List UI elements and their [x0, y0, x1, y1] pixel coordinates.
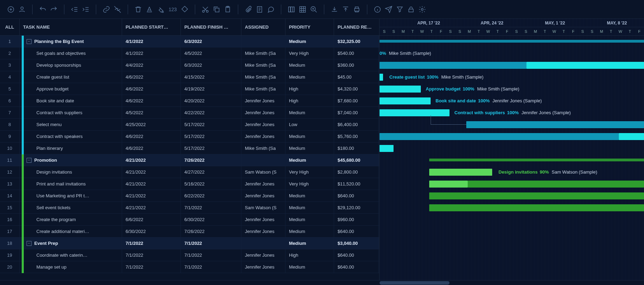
cell-revenue[interactable]: $3,040.00 — [334, 238, 379, 249]
cell-finish[interactable]: 6/22/2022 — [181, 190, 241, 202]
cell-task-name[interactable]: Plan itinerary — [20, 142, 122, 154]
task-bar[interactable] — [429, 181, 468, 188]
cell-priority[interactable]: Medium — [285, 36, 334, 48]
cell-priority[interactable]: Medium — [285, 238, 334, 249]
download-icon[interactable] — [330, 5, 339, 14]
lock-icon[interactable] — [406, 5, 416, 14]
cell-task-name[interactable]: Design invitations — [20, 166, 122, 178]
filter-icon[interactable] — [395, 5, 404, 14]
cell-assigned[interactable]: Jennifer Jones — [241, 95, 285, 107]
number-format[interactable]: 123 — [167, 7, 178, 12]
indent-icon[interactable] — [81, 5, 90, 14]
cell-revenue[interactable]: $640.00 — [334, 261, 379, 273]
cell-assigned[interactable]: Mike Smith (Sa — [241, 71, 285, 83]
cell-finish[interactable]: 5/17/2022 — [181, 119, 241, 131]
undo-icon[interactable] — [38, 5, 47, 14]
task-row[interactable]: 19Coordinate with caterin…7/1/20227/1/20… — [0, 249, 379, 261]
cell-assigned[interactable]: Mike Smith (Sa — [241, 59, 285, 71]
outdent-icon[interactable] — [70, 5, 79, 14]
zoom-icon[interactable] — [309, 5, 318, 14]
cell-finish[interactable]: 4/22/2022 — [181, 107, 241, 119]
clear-format-icon[interactable] — [180, 5, 189, 14]
print-icon[interactable] — [352, 5, 361, 14]
gantt-chart[interactable]: APR, 17 '22APR, 24 '22MAY, 1 '22MAY, 8 '… — [380, 19, 644, 285]
task-row[interactable]: 6Book site and date4/6/20224/20/2022Jenn… — [0, 95, 379, 107]
cell-start[interactable]: 4/6/2022 — [122, 142, 181, 154]
task-bar[interactable] — [429, 192, 644, 199]
settings-icon[interactable] — [418, 5, 427, 14]
cell-priority[interactable]: Very High — [285, 48, 334, 59]
cell-task-name[interactable]: Manage set up — [20, 261, 122, 273]
task-row[interactable]: 4Create guest list4/6/20224/15/2022Mike … — [0, 71, 379, 83]
cell-start[interactable]: 4/21/2022 — [122, 178, 181, 190]
cell-start[interactable]: 4/1/2022 — [122, 36, 181, 48]
column-task-name[interactable]: TASK NAME — [20, 19, 122, 36]
task-row[interactable]: 11−Promotion4/21/20227/26/2022Medium$45,… — [0, 154, 379, 166]
paste-icon[interactable] — [223, 5, 232, 14]
cell-assigned[interactable]: Sam Watson (S — [241, 166, 285, 178]
redo-icon[interactable] — [49, 5, 58, 14]
cell-start[interactable]: 4/6/2022 — [122, 71, 181, 83]
cell-priority[interactable]: Very High — [285, 166, 334, 178]
task-bar-overlay[interactable] — [619, 133, 644, 140]
cell-finish[interactable]: 4/5/2022 — [181, 48, 241, 59]
cell-assigned[interactable]: Mike Smith (Sa — [241, 48, 285, 59]
cell-task-name[interactable]: −Event Prep — [20, 238, 122, 249]
task-bar[interactable] — [429, 204, 644, 211]
text-format-icon[interactable] — [145, 5, 154, 14]
task-bar-overlay[interactable] — [526, 62, 644, 69]
cell-start[interactable]: 4/21/2022 — [122, 190, 181, 202]
task-bar[interactable] — [466, 121, 644, 128]
cell-task-name[interactable]: Use Marketing and PR t… — [20, 190, 122, 202]
task-row[interactable]: 13Print and mail invitations4/21/20225/1… — [0, 178, 379, 190]
task-row[interactable]: 12Design invitations4/21/20224/27/2022Sa… — [0, 166, 379, 178]
cell-finish[interactable]: 4/19/2022 — [181, 83, 241, 95]
task-row[interactable]: 15Sell event tickets4/21/20227/1/2022Sam… — [0, 202, 379, 214]
task-row[interactable]: 17Create additional materi…6/30/20227/26… — [0, 226, 379, 238]
cell-assigned[interactable]: Mike Smith (Sa — [241, 142, 285, 154]
collapse-toggle-icon[interactable]: − — [27, 158, 31, 163]
info-icon[interactable] — [373, 5, 382, 14]
cell-priority[interactable]: Very High — [285, 178, 334, 190]
cell-revenue[interactable]: $360.00 — [334, 59, 379, 71]
task-row[interactable]: 3Develop sponsorships4/4/20226/3/2022Mik… — [0, 59, 379, 71]
task-bar[interactable] — [429, 169, 492, 176]
cell-start[interactable]: 6/6/2022 — [122, 214, 181, 226]
cell-revenue[interactable]: $540.00 — [334, 48, 379, 59]
cell-task-name[interactable]: Approve budget — [20, 83, 122, 95]
task-bar[interactable] — [380, 133, 619, 140]
cell-assigned[interactable]: Jennifer Jones — [241, 214, 285, 226]
task-bar[interactable] — [380, 145, 394, 152]
notes-icon[interactable] — [255, 5, 264, 14]
task-row[interactable]: 2Set goals and objectives4/1/20224/5/202… — [0, 48, 379, 59]
cell-assigned[interactable]: Jennifer Jones — [241, 107, 285, 119]
cell-finish[interactable]: 5/17/2022 — [181, 131, 241, 142]
cell-finish[interactable]: 4/27/2022 — [181, 166, 241, 178]
cut-icon[interactable] — [201, 5, 210, 14]
cell-finish[interactable]: 4/20/2022 — [181, 95, 241, 107]
cell-revenue[interactable]: $7,680.00 — [334, 95, 379, 107]
unlink-icon[interactable] — [113, 5, 122, 14]
cell-revenue[interactable]: $960.00 — [334, 214, 379, 226]
task-row[interactable]: 14Use Marketing and PR t…4/21/20226/22/2… — [0, 190, 379, 202]
columns-icon[interactable] — [287, 5, 296, 14]
cell-assigned[interactable]: Jennifer Jones — [241, 131, 285, 142]
cell-assigned[interactable]: Sam Watson (S — [241, 202, 285, 214]
cell-task-name[interactable]: Create guest list — [20, 71, 122, 83]
cell-start[interactable]: 4/6/2022 — [122, 131, 181, 142]
cell-assigned[interactable]: Jennifer Jones — [241, 261, 285, 273]
cell-finish[interactable]: 7/1/2022 — [181, 249, 241, 261]
cell-revenue[interactable]: $45.00 — [334, 71, 379, 83]
task-row[interactable]: 20Manage set up7/1/20227/1/2022Jennifer … — [0, 261, 379, 273]
cell-start[interactable]: 4/21/2022 — [122, 202, 181, 214]
task-bar-overlay[interactable] — [468, 181, 644, 188]
cell-task-name[interactable]: Create the program — [20, 214, 122, 226]
column-planned-revenue[interactable]: PLANNED RE… — [334, 19, 379, 36]
cell-start[interactable]: 4/21/2022 — [122, 166, 181, 178]
cell-task-name[interactable]: Coordinate with caterin… — [20, 249, 122, 261]
copy-icon[interactable] — [212, 5, 221, 14]
cell-revenue[interactable]: $6,400.00 — [334, 119, 379, 131]
cell-finish[interactable]: 5/16/2022 — [181, 178, 241, 190]
cell-start[interactable]: 4/21/2022 — [122, 154, 181, 166]
cell-finish[interactable]: 7/26/2022 — [181, 154, 241, 166]
